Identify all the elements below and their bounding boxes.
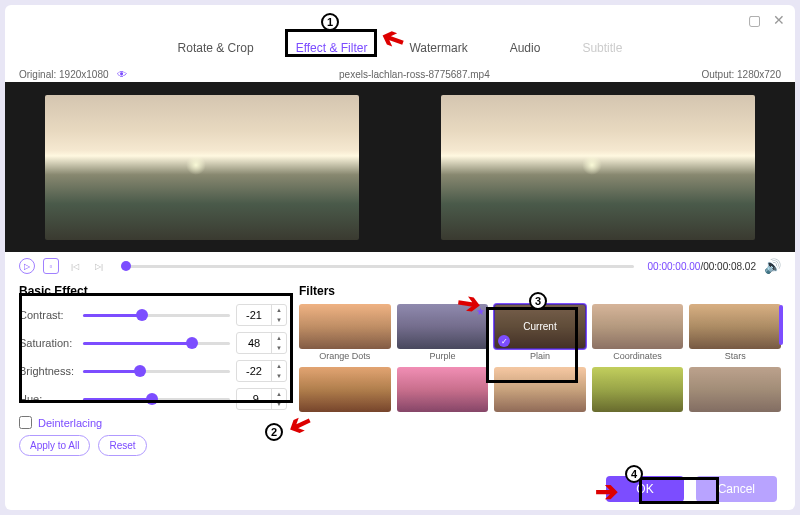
timeline-slider[interactable] [121,265,634,268]
brightness-value-input[interactable] [237,365,271,377]
timecode: 00:00:00.00/00:00:08.02 [648,261,756,272]
filter-item-Stars[interactable]: Stars [689,304,781,361]
tab-watermark[interactable]: Watermark [403,37,473,59]
stop-button[interactable]: ▫ [43,258,59,274]
tab-subtitle: Subtitle [576,37,628,59]
brightness-slider[interactable] [83,370,230,373]
contrast-step-up[interactable]: ▲ [272,305,286,315]
volume-icon[interactable]: 🔊 [764,258,781,274]
original-resolution: Original: 1920x1080 [19,69,109,80]
brightness-step-down[interactable]: ▼ [272,371,286,381]
tab-rotate-crop[interactable]: Rotate & Crop [172,37,260,59]
contrast-label: Contrast: [19,309,77,321]
filters-title: Filters [299,284,781,298]
prev-frame-button[interactable]: |◁ [67,258,83,274]
saturation-step-up[interactable]: ▲ [272,333,286,343]
preview-output [401,88,795,246]
hue-slider[interactable] [83,398,230,401]
contrast-slider[interactable] [83,314,230,317]
filter-label: Orange Dots [299,351,391,361]
preview-original [5,88,399,246]
transport-bar: ▷ ▫ |◁ ▷| 00:00:00.00/00:00:08.02 🔊 [5,252,795,280]
filter-item-Orange Dots[interactable]: Orange Dots [299,304,391,361]
tab-effect-filter[interactable]: Effect & Filter [290,37,374,59]
close-icon[interactable]: ✕ [773,12,785,28]
output-resolution: Output: 1280x720 [701,69,781,80]
saturation-step-down[interactable]: ▼ [272,343,286,353]
filter-item-Purple[interactable]: ★Purple [397,304,489,361]
editor-window: ▢ ✕ Rotate & Crop Effect & Filter Waterm… [5,5,795,510]
filters-panel: Filters Orange Dots★PurpleCurrent✓PlainC… [299,284,781,456]
saturation-value-input[interactable] [237,337,271,349]
saturation-label: Saturation: [19,337,77,349]
next-frame-button[interactable]: ▷| [91,258,107,274]
preview-eye-icon[interactable]: 👁 [117,69,127,80]
brightness-step-up[interactable]: ▲ [272,361,286,371]
lower-panel: Basic Effect Contrast:▲▼Saturation:▲▼Bri… [5,280,795,460]
filter-item-5[interactable] [299,367,391,414]
reset-button[interactable]: Reset [98,435,146,456]
brightness-label: Brightness: [19,365,77,377]
favorite-star-icon: ★ [476,306,485,317]
basic-effect-title: Basic Effect [19,284,287,298]
basic-effect-panel: Basic Effect Contrast:▲▼Saturation:▲▼Bri… [19,284,287,456]
filter-label: Plain [494,351,586,361]
info-bar: Original: 1920x1080 👁 pexels-lachlan-ros… [5,67,795,82]
titlebar: ▢ ✕ [5,5,795,35]
hue-value-input[interactable] [237,393,271,405]
deinterlacing-checkbox[interactable]: Deinterlacing [19,416,287,429]
ok-button[interactable]: OK [606,476,683,502]
play-button[interactable]: ▷ [19,258,35,274]
tab-audio[interactable]: Audio [504,37,547,59]
filter-item-Coordinates[interactable]: Coordinates [592,304,684,361]
contrast-step-down[interactable]: ▼ [272,315,286,325]
filter-label: Purple [397,351,489,361]
footer: OK Cancel [606,476,777,502]
saturation-slider[interactable] [83,342,230,345]
maximize-icon[interactable]: ▢ [748,12,761,28]
filter-item-Plain[interactable]: Current✓Plain [494,304,586,361]
filter-item-7[interactable] [494,367,586,414]
apply-to-all-button[interactable]: Apply to All [19,435,90,456]
filters-scrollbar[interactable] [779,305,783,345]
hue-label: Hue: [19,393,77,405]
preview-area [5,82,795,252]
tab-bar: Rotate & Crop Effect & Filter Watermark … [5,35,795,67]
filter-item-6[interactable] [397,367,489,414]
hue-step-down[interactable]: ▼ [272,399,286,409]
filter-item-8[interactable] [592,367,684,414]
contrast-value-input[interactable] [237,309,271,321]
filter-label: Coordinates [592,351,684,361]
cancel-button[interactable]: Cancel [696,476,777,502]
filter-label: Stars [689,351,781,361]
filename-label: pexels-lachlan-ross-8775687.mp4 [339,69,490,80]
filter-item-9[interactable] [689,367,781,414]
hue-step-up[interactable]: ▲ [272,389,286,399]
